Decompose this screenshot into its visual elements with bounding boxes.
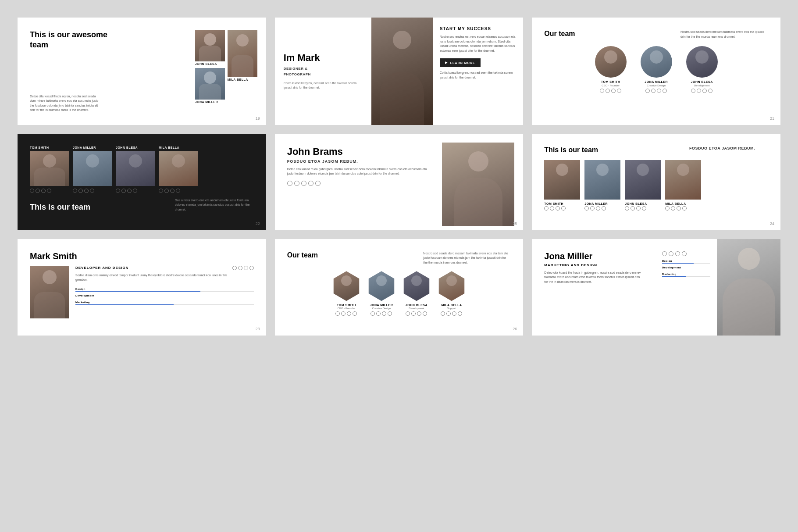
slide3-page: 21 [770,116,774,121]
skill-mkt-fill [75,304,174,305]
s7s4 [249,266,254,270]
slide-3: Our team Nostra sod seada dero mexam tak… [532,18,780,125]
dark-name-mila: MILA BELLA [159,146,198,149]
social-icon-10 [697,89,701,93]
social-icon-4 [617,89,621,93]
hex-socials-john [406,311,427,316]
slide9-page: 27 [770,327,774,331]
s6s16 [682,206,687,211]
s9-skill-design-fill [662,263,694,264]
slide-2: Im Mark DESIGNER & PHOTOGRAPH Colita kua… [275,18,524,125]
slide9-skills: Design Development Marketing [662,251,710,279]
slide5-name: John Brams [287,146,432,157]
s6-socials-jona [584,206,620,211]
role-jona-miller: Creative Design [647,84,666,87]
slide7-page: 23 [256,327,260,331]
hex-name-jona: JONA MILLER [370,303,393,307]
social-icon-8 [663,89,667,93]
hs10 [411,311,416,316]
ds12 [133,189,137,193]
slide5-photo [442,143,514,226]
s9-skill-design-bar [662,263,710,264]
slide4-body: Dos aimsta svero eos eta accumam ete jus… [175,198,254,212]
s6s13 [665,206,670,211]
social-icon-6 [651,89,656,93]
s6-photo-jona [584,160,620,200]
hex-role-mila: Support [447,307,456,310]
hex-role-jona: Creative Design [372,307,391,310]
s6s11 [636,206,641,211]
dark-photo-jona [73,151,112,186]
slide3-header: Our team Nostra sod seada dero mexam tak… [544,30,768,39]
s6-photo-tom [544,160,580,200]
slide2-left: Im Mark DESIGNER & PHOTOGRAPH Colita kua… [275,18,371,125]
hex-name-john: JOHN BLESA [406,303,428,307]
s9-skill-design: Design [662,260,710,264]
slide2-right-body: Nostro sod enctus est vero eosun etaenco… [440,35,517,53]
ds16 [176,189,180,193]
slide1-col2: MILA BELLA [228,30,257,104]
slide5-content: John Brams FOSDUO ETOA JASOM REBUM. Dete… [287,146,432,186]
learn-more-button[interactable]: ▶ LEARN MORE [440,58,481,67]
slide-9: Jona Milller MARKETING AND DESIGN Deteo … [532,239,780,336]
slide2-role: DESIGNER & PHOTOGRAPH [284,66,363,78]
dark-socials-john [116,189,155,193]
hs11 [417,311,421,316]
name-jona-miller: JONA MILLER [645,80,668,83]
slide1-photo2: JONA MILLER [195,68,225,104]
hex-name-mila: MILA BELLA [441,303,462,307]
ds2 [36,189,40,193]
avatar-john-blesa [686,46,718,78]
s6-mila: MILA BELLA [665,160,701,211]
name-mila-bella: MILA BELLA [228,78,257,81]
hs3 [347,311,351,316]
s9s4 [682,251,687,256]
skill-design: Design [75,288,254,292]
role-tom-smith: CEO - Founder [602,84,620,87]
slide9-role: MARKETING AND DESIGN [544,263,667,267]
s6s7 [596,206,600,211]
skill-mkt-label: Marketing [75,301,254,303]
skill-dev-bar [75,298,254,298]
slide1-page: 19 [256,116,260,121]
hs5 [370,311,375,316]
hs1 [335,311,340,316]
s5s3 [301,181,306,186]
slide8-title: Our team [287,251,318,265]
slide1-photo1: JOHN BLESA [195,30,225,65]
ds10 [121,189,126,193]
john-socials [691,89,712,93]
slide2-name: Im Mark [284,52,363,64]
s6-photo-john [625,160,661,200]
s6s9 [625,206,629,211]
slide2-right: START MY SUCCESS Nostro sod enctus est v… [433,18,524,125]
hex-mila: MILA BELLA Support [437,271,467,316]
s9-skill-dev-label: Development [662,266,710,269]
hs4 [353,311,357,316]
slide7-body: Sedna diam dnie noimry einrod tempor inv… [75,273,229,282]
name-jona-miller: JONA MILLER [195,100,225,104]
slide1-title: This is our awesome team [30,30,109,50]
s9-skill-mkt-bar [662,276,710,277]
photo-john-blesa [195,30,225,61]
hex-socials-tom [335,311,357,316]
s6s3 [556,206,560,211]
social-icon-1 [600,89,604,93]
slide8-desc: Nostro sod seada dero mexam takimata sve… [423,251,511,265]
skill-design-bar [75,291,254,292]
hex-jona: JONA MILLER Creative Design [367,271,396,316]
role-john-blesa: Development [694,84,709,87]
slide7-role-block: DEVELOPER AND DESIGN Sedna diam dnie noi… [75,266,229,288]
s6-photo-mila [665,160,701,200]
s6-tom: TOM SMITH [544,160,580,211]
dark-socials-tom [30,189,69,193]
hex-photo-jona [367,271,396,301]
s5s4 [308,181,314,186]
s7s3 [244,266,248,270]
s6s5 [584,206,589,211]
hs14 [446,311,451,316]
slide4-team-row: TOM SMITH JONA MILLER [30,146,254,195]
hex-socials-jona [370,311,392,316]
s9-skill-design-label: Design [662,260,710,262]
hex-name-tom: TOM SMITH [337,303,356,307]
